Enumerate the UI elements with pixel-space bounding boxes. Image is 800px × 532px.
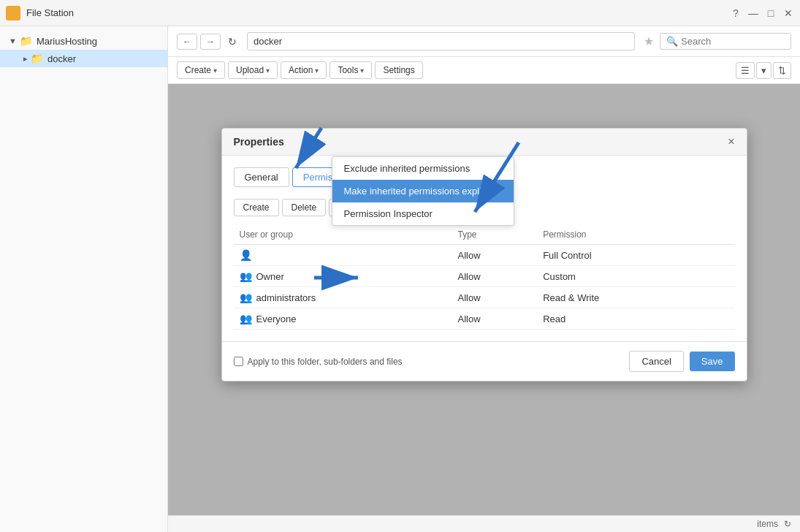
tools-arrow: ▾ [360, 66, 364, 75]
user-icon-0: 👤 [240, 249, 252, 261]
perm-0: Full Control [537, 245, 706, 266]
create-button[interactable]: Create ▾ [177, 61, 225, 79]
action-label: Action [289, 65, 313, 75]
dropdown-item-exclude[interactable]: Exclude inherited permissions [332, 157, 514, 180]
table-row: 👥administrators Allow Read & Write [234, 287, 735, 308]
permissions-table: User or group Type Permission 👤 Allow Fu… [234, 225, 735, 330]
save-button[interactable]: Save [690, 352, 735, 371]
upload-label: Upload [236, 65, 264, 75]
app-body: ▼ 📁 MariusHosting ▸ 📁 docker ← → ↻ ★ 🔍 [0, 26, 800, 532]
tree-toggle: ▼ [9, 37, 17, 45]
dialog-close-button[interactable]: × [728, 136, 734, 148]
col-actions [706, 225, 735, 245]
action-arrow: ▾ [315, 66, 319, 75]
upload-arrow: ▾ [266, 66, 270, 75]
action-toolbar: Create ▾ Upload ▾ Action ▾ Tools ▾ Setti… [168, 57, 800, 84]
app-icon [6, 6, 20, 20]
dropdown-item-explicit[interactable]: Make inherited permissions explicit [332, 180, 514, 202]
user-icon-2: 👥 [240, 292, 252, 303]
table-row: 👥Everyone Allow Read [234, 308, 735, 330]
type-2: Allow [452, 287, 537, 308]
titlebar: File Station ? — □ ✕ [0, 0, 800, 26]
view-buttons: ☰ ▾ ⇅ [736, 62, 791, 79]
table-row: 👥Owner Allow Custom [234, 266, 735, 287]
sidebar: ▼ 📁 MariusHosting ▸ 📁 docker [0, 26, 168, 532]
create-label: Create [185, 65, 211, 75]
list-view-button[interactable]: ☰ [736, 62, 755, 79]
col-permission: Permission [537, 225, 706, 245]
forward-button[interactable]: → [200, 34, 221, 50]
perm-2: Read & Write [537, 287, 706, 308]
close-button[interactable]: ✕ [782, 7, 794, 19]
apply-checkbox[interactable] [234, 357, 243, 366]
sort-button[interactable]: ⇅ [773, 62, 791, 79]
items-count-label: items [757, 519, 778, 529]
type-3: Allow [452, 308, 537, 330]
sidebar-root[interactable]: ▼ 📁 MariusHosting [0, 32, 167, 50]
table-row: 👤 Allow Full Control [234, 245, 735, 266]
cancel-button[interactable]: Cancel [629, 351, 683, 372]
search-icon: 🔍 [666, 36, 678, 47]
root-label: MariusHosting [37, 36, 97, 47]
user-2: administrators [256, 292, 316, 303]
type-1: Allow [452, 266, 537, 287]
user-icon-1: 👥 [240, 270, 252, 282]
docker-label: docker [47, 53, 76, 64]
status-bar: items ↻ [168, 515, 800, 532]
address-toolbar: ← → ↻ ★ 🔍 [168, 26, 800, 57]
create-arrow: ▾ [213, 66, 217, 75]
tools-button[interactable]: Tools ▾ [329, 61, 372, 79]
perm-1: Custom [537, 266, 706, 287]
search-input[interactable] [681, 36, 769, 47]
app-title: File Station [26, 7, 730, 18]
user-3: Everyone [256, 314, 297, 324]
search-box: 🔍 [660, 33, 791, 50]
help-button[interactable]: ? [730, 7, 742, 19]
apply-label: Apply to this folder, sub-folders and fi… [248, 357, 630, 367]
back-button[interactable]: ← [177, 34, 197, 50]
address-input[interactable] [247, 32, 635, 50]
col-user-group: User or group [234, 225, 452, 245]
user-icon-3: 👥 [240, 313, 252, 324]
view-option-button[interactable]: ▾ [756, 62, 772, 79]
perm-delete-button[interactable]: Delete [282, 199, 327, 216]
sidebar-item-docker[interactable]: ▸ 📁 docker [0, 50, 167, 67]
tools-label: Tools [338, 65, 358, 75]
window-controls: ? — □ ✕ [730, 7, 794, 19]
dialog-header: Properties × [222, 129, 747, 156]
upload-button[interactable]: Upload ▾ [228, 61, 278, 79]
dialog-footer: Apply to this folder, sub-folders and fi… [222, 341, 747, 381]
col-type: Type [452, 225, 537, 245]
bookmark-button[interactable]: ★ [641, 34, 657, 48]
settings-label: Settings [383, 65, 414, 75]
dropdown-item-inspector[interactable]: Permission Inspector [332, 202, 514, 225]
file-area: Properties × General Permission Create D… [168, 84, 800, 515]
properties-dialog: Properties × General Permission Create D… [221, 128, 747, 381]
minimize-button[interactable]: — [747, 7, 759, 19]
action-button[interactable]: Action ▾ [281, 61, 327, 79]
advanced-options-dropdown: Exclude inherited permissions Make inher… [332, 156, 514, 226]
content-area: ← → ↻ ★ 🔍 Create ▾ Upload ▾ Action ▾ [168, 26, 800, 532]
type-0: Allow [452, 245, 537, 266]
user-1: Owner [256, 271, 284, 282]
perm-3: Read [537, 308, 706, 330]
refresh-status-button[interactable]: ↻ [784, 519, 791, 529]
child-toggle: ▸ [23, 54, 28, 64]
perm-create-button[interactable]: Create [234, 199, 279, 216]
dialog-title: Properties [234, 136, 284, 148]
maximize-button[interactable]: □ [765, 7, 777, 19]
refresh-button[interactable]: ↻ [224, 34, 241, 50]
tab-general[interactable]: General [234, 167, 289, 187]
root-folder-icon: 📁 [20, 35, 32, 47]
settings-button[interactable]: Settings [375, 61, 422, 79]
docker-folder-icon: 📁 [31, 53, 43, 64]
